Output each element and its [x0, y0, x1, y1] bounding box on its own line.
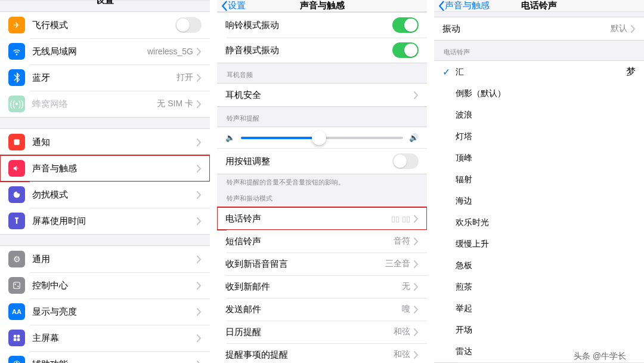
ringtone-option-label: 缓慢上升 [456, 239, 636, 250]
text-tone-cell[interactable]: 短信铃声 音符 [217, 230, 427, 253]
ringtone-option-label: 煎茶 [456, 282, 636, 293]
calendar-detail: 和弦 [394, 327, 410, 337]
change-with-buttons-cell[interactable]: 用按钮调整 [217, 149, 427, 174]
chevron-right-icon [197, 139, 202, 146]
chevron-right-icon [414, 328, 419, 336]
accessibility-cell[interactable]: 辅助功能 [0, 351, 210, 363]
cellular-icon: ((•)) [8, 96, 25, 112]
back-button[interactable]: 声音与触感 [434, 0, 490, 11]
ringtone-option[interactable]: 顶峰 [434, 147, 644, 169]
display-icon: AA [8, 303, 25, 320]
ringtone-option-label: 灯塔 [456, 131, 636, 142]
vibration-cell[interactable]: 振动 默认 [434, 17, 644, 40]
reminders-cell[interactable]: 提醒事项的提醒 和弦 [217, 343, 427, 363]
ringtone-option[interactable]: 波浪 [434, 104, 644, 126]
accessibility-label: 辅助功能 [32, 359, 197, 364]
screentime-cell[interactable]: 屏幕使用时间 [0, 208, 210, 234]
ringtone-option[interactable]: 开场 [434, 319, 644, 341]
nav-header: 设置 声音与触感 [217, 0, 427, 12]
change-with-buttons-toggle[interactable] [392, 153, 419, 169]
svg-point-2 [15, 284, 16, 285]
wifi-detail: wireless_5G [147, 47, 193, 56]
notifications-cell[interactable]: 通知 [0, 129, 210, 155]
vibration-group: 振动 默认 [434, 17, 644, 41]
volume-slider[interactable] [241, 137, 403, 139]
chevron-right-icon [414, 260, 419, 268]
sent-mail-cell[interactable]: 发送邮件 嗖 [217, 298, 427, 321]
chevron-right-icon [197, 334, 202, 342]
chevron-right-icon [197, 217, 202, 225]
volume-low-icon: 🔈 [225, 133, 235, 142]
bluetooth-icon [8, 69, 25, 86]
sounds-haptics-cell[interactable]: 声音与触感 [0, 155, 210, 182]
dnd-icon [8, 186, 25, 203]
ringtone-option[interactable]: 缓慢上升 [434, 233, 644, 255]
general-label: 通用 [32, 254, 197, 265]
general-cell[interactable]: ⚙ 通用 [0, 246, 210, 272]
bluetooth-cell[interactable]: 蓝牙 打开 [0, 64, 210, 91]
vibrate-ring-toggle[interactable] [392, 17, 419, 33]
control-center-cell[interactable]: 控制中心 [0, 272, 210, 299]
chevron-right-icon [197, 256, 202, 263]
ringtone-option-label: 顶峰 [456, 153, 636, 164]
ringtone-option[interactable]: 举起 [434, 298, 644, 319]
ringtone-option[interactable]: 倒影（默认） [434, 83, 644, 104]
volume-high-icon: 🔊 [409, 133, 419, 142]
ringer-note: 铃声和提醒的音量不受音量按钮的影响。 [217, 174, 427, 187]
calendar-label: 日历提醒 [225, 327, 394, 338]
cellular-detail: 无 SIM 卡 [157, 99, 193, 109]
ringtone-label: 电话铃声 [225, 213, 391, 224]
voicemail-cell[interactable]: 收到新语音留言 三全音 [217, 253, 427, 275]
network-group: ✈ 飞行模式 无线局域网 wireless_5G 蓝牙 打开 ((•)) 蜂窝网… [0, 11, 210, 118]
screentime-icon [8, 213, 25, 229]
vibrate-ring-cell[interactable]: 响铃模式振动 [217, 13, 427, 38]
vibrate-group: 响铃模式振动 静音模式振动 [217, 12, 427, 63]
display-cell[interactable]: AA 显示与亮度 [0, 299, 210, 325]
check-icon: ✓ [442, 66, 456, 78]
nav-header: 声音与触感 电话铃声 [434, 0, 644, 12]
new-mail-cell[interactable]: 收到新邮件 无 [217, 275, 427, 298]
ringtone-option[interactable]: 煎茶 [434, 276, 644, 298]
attention-group: 通知 声音与触感 勿扰模式 屏幕使用时间 [0, 128, 210, 235]
ringtone-option-label: 海边 [456, 196, 636, 207]
change-with-buttons-label: 用按钮调整 [225, 156, 392, 167]
back-button[interactable]: 设置 [217, 0, 246, 11]
screentime-label: 屏幕使用时间 [32, 216, 197, 227]
voicemail-label: 收到新语音留言 [225, 259, 385, 270]
ringtone-option[interactable]: 海边 [434, 190, 644, 212]
calendar-cell[interactable]: 日历提醒 和弦 [217, 321, 427, 343]
page-title: 声音与触感 [217, 0, 427, 11]
ringtone-cell[interactable]: 电话铃声 ▯▯ ▯▯ [217, 207, 427, 230]
headphone-safety-cell[interactable]: 耳机安全 [217, 84, 427, 106]
chevron-right-icon [197, 191, 202, 199]
wifi-cell[interactable]: 无线局域网 wireless_5G [0, 38, 210, 64]
ringer-header: 铃声和提醒 [217, 107, 427, 127]
airplane-mode-cell[interactable]: ✈ 飞行模式 [0, 12, 210, 38]
chevron-right-icon [197, 48, 202, 56]
ringtone-option[interactable]: 灯塔 [434, 126, 644, 147]
ringtone-option-label: 举起 [456, 303, 636, 314]
vibrate-silent-toggle[interactable] [392, 42, 419, 58]
ringtone-selected[interactable]: ✓ 汇 梦 [434, 61, 644, 83]
dnd-cell[interactable]: 勿扰模式 [0, 182, 210, 208]
ringtone-option[interactable]: 急板 [434, 255, 644, 276]
cellular-cell[interactable]: ((•)) 蜂窝网络 无 SIM 卡 [0, 91, 210, 117]
slider-thumb[interactable] [312, 131, 326, 145]
ringtone-list: ✓ 汇 梦 倒影（默认）波浪灯塔顶峰辐射海边欢乐时光缓慢上升急板煎茶举起开场雷达 [434, 60, 644, 363]
chevron-right-icon [414, 215, 419, 223]
dnd-label: 勿扰模式 [32, 189, 197, 201]
ringtone-option[interactable]: 欢乐时光 [434, 212, 644, 233]
airplane-toggle[interactable] [175, 17, 202, 33]
sounds-icon [8, 160, 25, 177]
vibration-label: 振动 [442, 23, 611, 35]
vibrate-silent-cell[interactable]: 静音模式振动 [217, 38, 427, 63]
ringtone-option-label: 倒影（默认） [456, 88, 636, 99]
ringtone-option[interactable]: 辐射 [434, 169, 644, 190]
notifications-label: 通知 [32, 137, 197, 148]
chevron-right-icon [414, 283, 419, 291]
home-screen-cell[interactable]: 主屏幕 [0, 325, 210, 351]
ringtone-option-label: 波浪 [456, 110, 636, 121]
attribution: 头条 @牛学长 [574, 351, 626, 362]
airplane-icon: ✈ [8, 17, 25, 33]
new-mail-label: 收到新邮件 [225, 281, 402, 293]
